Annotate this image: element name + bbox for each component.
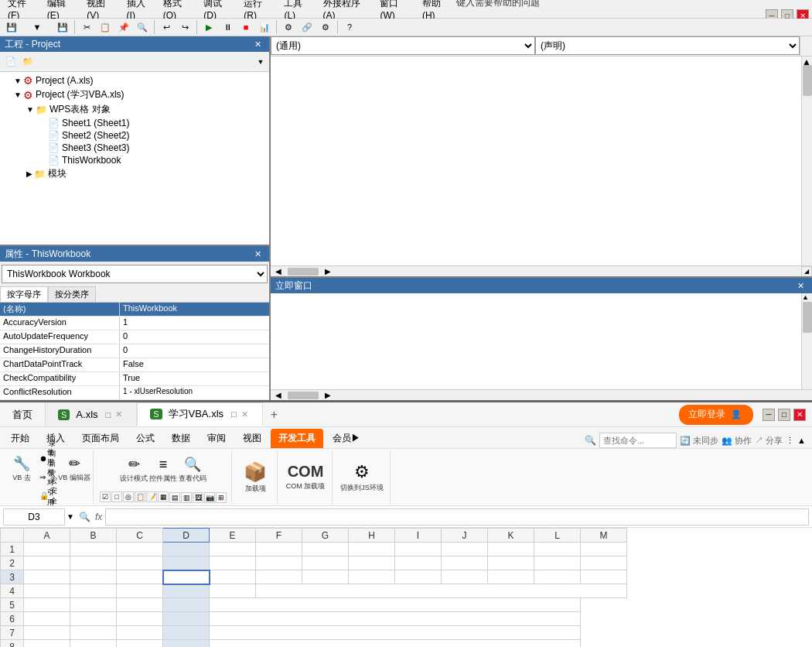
checkbox-9[interactable]: 🖼: [193, 492, 203, 503]
formula-input[interactable]: [105, 508, 809, 525]
cell-c5[interactable]: [117, 598, 163, 612]
command-search-input[interactable]: [599, 433, 677, 448]
props-row-name[interactable]: (名称) ThisWorkbook: [0, 303, 269, 317]
h-scroll-left[interactable]: ◀: [271, 267, 286, 276]
cell-d8[interactable]: [163, 640, 210, 648]
editor-scroll-y[interactable]: ▲: [801, 56, 812, 265]
cell-a4[interactable]: [24, 584, 70, 598]
props-row-conflict[interactable]: ConflictResolution 1 - xlUserResolution: [0, 386, 269, 400]
cell-d4[interactable]: [163, 584, 210, 598]
checkbox-1[interactable]: ☑: [100, 491, 111, 502]
cell-a8[interactable]: [24, 640, 70, 648]
wps-close[interactable]: ✕: [793, 409, 806, 421]
vba-xls-restore[interactable]: □: [231, 409, 237, 419]
cell-e4[interactable]: [210, 584, 256, 598]
cell-d7[interactable]: [163, 626, 210, 640]
cell-a1[interactable]: [24, 543, 70, 556]
cell-a7[interactable]: [24, 626, 70, 640]
cell-m3[interactable]: [581, 570, 627, 584]
props-object-selector[interactable]: ThisWorkbook Workbook: [2, 265, 268, 283]
vb-go-btn[interactable]: 🔧 VB 去: [8, 450, 36, 488]
cell-rest-7[interactable]: [210, 626, 581, 640]
a-xls-restore[interactable]: □: [106, 410, 111, 419]
ribbon-tab-developer[interactable]: 开发工具: [271, 429, 323, 448]
ribbon-tab-member[interactable]: 会员▶: [325, 429, 368, 448]
more-btn[interactable]: ⋮: [786, 436, 794, 446]
col-header-e[interactable]: E: [210, 529, 256, 543]
cell-h2[interactable]: [349, 556, 395, 570]
cell-c3[interactable]: [117, 570, 163, 584]
tb-paste[interactable]: 📌: [115, 19, 132, 36]
cell-l3[interactable]: [534, 570, 581, 584]
cell-b3[interactable]: [70, 570, 117, 584]
cell-l1[interactable]: [534, 543, 581, 556]
cell-j3[interactable]: [442, 570, 488, 584]
tree-item-project-vba[interactable]: ▼ ⚙ Project (学习VBA.xls): [2, 87, 268, 102]
cell-ref-input[interactable]: [3, 508, 65, 525]
cell-k1[interactable]: [488, 543, 534, 556]
cell-k2[interactable]: [488, 556, 534, 570]
tb-stop[interactable]: ■: [237, 19, 254, 36]
tb-settings[interactable]: ⚙: [280, 19, 297, 36]
checkbox-2[interactable]: □: [111, 491, 122, 502]
col-header-a[interactable]: A: [24, 529, 70, 543]
cell-j2[interactable]: [442, 556, 488, 570]
cell-m2[interactable]: [581, 556, 627, 570]
cell-g2[interactable]: [302, 556, 349, 570]
cell-l2[interactable]: [534, 556, 581, 570]
cell-b5[interactable]: [70, 598, 117, 612]
cell-c7[interactable]: [117, 626, 163, 640]
checkbox-4[interactable]: 📋: [135, 491, 145, 502]
cell-e1[interactable]: [210, 543, 256, 556]
col-header-j[interactable]: J: [442, 529, 488, 543]
cell-f2[interactable]: [256, 556, 302, 570]
cell-f3[interactable]: [256, 570, 302, 584]
h-scroll-thumb[interactable]: [288, 268, 319, 276]
col-header-b[interactable]: B: [70, 529, 117, 543]
col-header-k[interactable]: K: [488, 529, 534, 543]
imm-scroll-up[interactable]: ▲: [802, 293, 812, 301]
cell-e3[interactable]: [210, 570, 256, 584]
cell-j1[interactable]: [442, 543, 488, 556]
wps-restore[interactable]: □: [778, 409, 790, 421]
cell-i2[interactable]: [395, 556, 442, 570]
col-header-c[interactable]: C: [117, 529, 163, 543]
cell-d1[interactable]: [163, 543, 210, 556]
cell-b2[interactable]: [70, 556, 117, 570]
a-xls-close[interactable]: ✕: [114, 408, 124, 421]
checkbox-11[interactable]: ⊞: [216, 492, 227, 503]
tree-item-sheet1[interactable]: 📄 Sheet1 (Sheet1): [2, 117, 268, 129]
ribbon-tab-data[interactable]: 数据: [164, 429, 198, 448]
h-scroll-right[interactable]: ▶: [320, 267, 336, 276]
checkbox-6[interactable]: ▦: [158, 491, 169, 502]
cell-m1[interactable]: [581, 543, 627, 556]
tb-redo[interactable]: ↪: [176, 19, 193, 36]
immediate-scroll-y[interactable]: ▲: [801, 293, 812, 389]
cell-c2[interactable]: [117, 556, 163, 570]
cell-b1[interactable]: [70, 543, 117, 556]
col-header-h[interactable]: H: [349, 529, 395, 543]
cell-d6[interactable]: [163, 612, 210, 626]
proj-tb-1[interactable]: 📄: [3, 54, 19, 70]
cell-rest-5[interactable]: [210, 598, 581, 612]
immediate-content[interactable]: [271, 293, 801, 389]
cell-c6[interactable]: [117, 612, 163, 626]
editor-h-scrollbar[interactable]: ◀ ▶ ◢: [271, 265, 812, 276]
cell-b7[interactable]: [70, 626, 117, 640]
cell-c4[interactable]: [117, 584, 163, 598]
tb-undo[interactable]: ↩: [158, 19, 175, 36]
col-header-d[interactable]: D: [163, 529, 210, 543]
col-header-l[interactable]: L: [534, 529, 581, 543]
imm-h-left[interactable]: ◀: [271, 391, 286, 399]
project-close[interactable]: ✕: [251, 39, 264, 50]
checkbox-7[interactable]: ▤: [169, 492, 180, 503]
checkbox-8[interactable]: ▥: [181, 492, 192, 503]
vba-xls-close[interactable]: ✕: [240, 408, 250, 421]
js-env-btn[interactable]: ⚙ 切换到JS环境: [339, 456, 385, 499]
checkbox-5[interactable]: 📝: [146, 491, 157, 502]
tab-categorical[interactable]: 按分类序: [48, 286, 96, 302]
tb-copy[interactable]: 📋: [97, 19, 114, 36]
tree-item-project-a[interactable]: ▼ ⚙ Project (A.xls): [2, 74, 268, 87]
editor-dropdown-declaration[interactable]: (声明): [535, 36, 800, 55]
tree-item-sheet3[interactable]: 📄 Sheet3 (Sheet3): [2, 142, 268, 154]
